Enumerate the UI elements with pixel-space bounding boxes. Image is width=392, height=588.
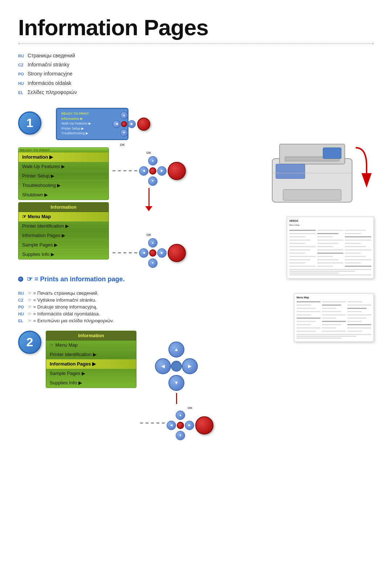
language-list: RU Страницы сведений CZ Informační strán… [18,51,374,97]
doc-line [289,246,316,247]
nav2b-right[interactable]: ▶ [185,421,194,430]
step1-circle: 1 [18,111,41,135]
doc-col-3 [345,229,371,268]
doc-line [345,230,366,231]
nav2b-up[interactable]: ▲ [176,411,185,420]
trans-text-el: ☞ = Εκτυπώνει μια σελίδα πληροφοριών. [28,318,114,323]
doc-preview-1: XEROX Menu Map [287,217,374,279]
nav2-center [171,361,182,372]
nav-right-btn-lcd[interactable]: ▶ [128,120,136,128]
ok-button-2[interactable] [168,244,186,262]
nav2-right[interactable]: ▶ [182,358,198,374]
arrow-down-1 [145,188,152,211]
doc-col-2 [317,229,344,268]
nav2-up[interactable]: ▲ [168,342,184,358]
doc-line [347,301,362,302]
menu-item-information: Information ▶ [19,152,109,162]
printer-svg [265,137,374,209]
nav2b-down[interactable]: ▼ [176,431,185,440]
lang-code-po: PO [18,71,25,78]
trans-code-po: PO [18,305,25,309]
ok-label-2: OK [146,233,151,237]
doc-line-bottom2 [297,336,356,337]
doc-line-bottom [289,269,371,270]
doc-line [317,253,344,254]
svg-rect-4 [323,148,341,159]
doc-line [345,259,371,260]
information-menu: Information ☞ Menu Map Printer Identific… [18,202,109,260]
trans-text-po: ☞ = Drukuje stronę informacyjną. [28,304,97,310]
doc-line [345,249,371,250]
step2-menu-item-infopages: Information Pages ▶ [46,359,136,369]
doc-line [345,253,361,254]
page-title: Information Pages [18,15,374,44]
step2-arrow [176,393,177,404]
trans-code-hu: HU [18,312,25,316]
nav-center-1 [149,167,156,175]
doc-title-1: XEROX [289,219,371,222]
nav-down-2[interactable]: ▼ [148,258,158,268]
doc-line [345,256,366,257]
nav-left-2[interactable]: ◀ [139,248,148,258]
info-menu-header: Information [19,203,109,212]
lang-code-hu: HU [18,80,25,87]
lang-text-hu: Információs oldalak [28,79,72,88]
doc-line [289,240,310,241]
ready-to-print-menu: READY TO PRINT Information ▶ Walk-Up Fea… [18,147,109,200]
nav-left-1[interactable]: ◀ [139,166,148,176]
nav-up-2[interactable]: ▲ [148,238,158,248]
doc-line [347,311,362,312]
ok-button-1[interactable] [168,162,186,180]
menu-label-ready: READY TO PRINT [19,148,109,152]
lang-code-ru: RU [18,53,25,60]
doc-line [317,262,344,264]
nav-center-lcd [121,121,127,127]
doc-line [345,233,361,234]
doc-line [289,243,305,244]
nav-down-1[interactable]: ▼ [148,176,158,186]
doc-line [289,236,305,237]
doc-title-2: Menu Map [297,296,371,299]
doc-line [322,314,346,315]
doc-line [347,321,362,322]
nav-right-2[interactable]: ▶ [157,248,167,258]
nav2-down[interactable]: ▼ [168,375,184,391]
ok-button-lcd[interactable] [137,118,150,131]
doc-line-bottom [289,274,371,275]
nav2b-left[interactable]: ◀ [167,421,176,430]
info-menu-item-infopages: Information Pages ▶ [19,231,109,240]
doc-line-bottom2 [297,334,371,335]
nav-left-btn-lcd[interactable]: ◀ [113,120,121,128]
doc-line [322,331,346,332]
trans-ru: RU ☞ = Печать страницы сведений. [18,290,213,296]
doc-subtitle-1: Menu Map [289,224,371,227]
lang-code-el: EL [18,89,25,97]
doc-line [322,327,336,328]
lang-entry-cz: CZ Informační stránky [18,60,374,69]
doc-col2-3 [347,301,371,332]
doc-line [317,259,338,260]
doc-line [322,301,346,302]
doc-line [347,308,367,309]
doc-line [289,259,310,260]
nav-right-1[interactable]: ▶ [157,166,167,176]
doc-col2-1 [297,301,320,332]
doc-line [297,311,320,312]
nav-up-btn-lcd[interactable]: ▲ [120,111,128,119]
nav2-left[interactable]: ◀ [155,358,171,374]
menu-item-printersetup: Printer Setup ▶ [19,171,109,181]
step2-ok-cluster: OK ▲ ◀ ▶ ▼ [139,406,213,440]
doc-line [289,256,316,257]
menu-item-shutdown: Shutdown ▶ [19,190,109,200]
doc-line [317,249,344,250]
ok-label-1: OK [146,151,151,155]
trans-code-el: EL [18,319,25,323]
nav-down-btn-lcd[interactable]: ▼ [120,129,128,137]
doc-line [317,266,333,267]
doc-line [347,305,371,306]
menu-item-troubleshooting: Troubleshooting ▶ [19,181,109,190]
ok-button-step2[interactable] [195,416,213,434]
trans-code-ru: RU [18,291,25,295]
doc-line [347,324,371,325]
nav-up-1[interactable]: ▲ [148,156,158,166]
